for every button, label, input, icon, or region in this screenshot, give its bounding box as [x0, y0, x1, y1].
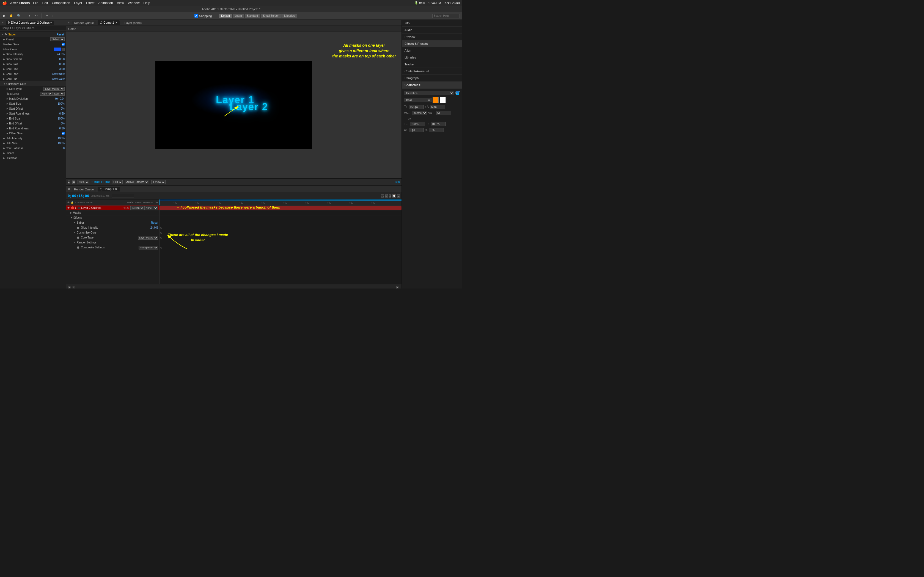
- effect-controls-tab[interactable]: fx Effect Controls Layer 2 Outlines ≡: [6, 21, 54, 25]
- hscale-input[interactable]: [410, 122, 425, 126]
- menu-file[interactable]: File: [33, 1, 38, 5]
- core-softness-value[interactable]: 0.0: [48, 147, 65, 150]
- layer-visibility[interactable]: 👁: [67, 206, 70, 210]
- saber-timeline-reset[interactable]: Reset: [151, 221, 158, 224]
- text-layer-none[interactable]: None: [40, 92, 52, 96]
- baseline-input[interactable]: [409, 128, 424, 132]
- paragraph-panel-item[interactable]: Paragraph: [402, 75, 462, 82]
- comp-stop-btn[interactable]: ⏹: [72, 181, 75, 184]
- workspace-standard[interactable]: Standard: [245, 14, 260, 18]
- mask-evolution-value[interactable]: 0x+0.0°: [48, 97, 65, 100]
- render-queue-tab[interactable]: Render Queue: [72, 21, 96, 25]
- comp1-tab[interactable]: ⬡ Comp 1 ✕: [98, 187, 120, 192]
- saber-reset[interactable]: Reset: [57, 33, 64, 36]
- core-type-select[interactable]: Layer Masks: [43, 87, 65, 91]
- tl-btn1[interactable]: ⛶: [381, 194, 384, 198]
- glow-bias-value[interactable]: 0.50: [48, 63, 65, 66]
- start-size-value[interactable]: 100%: [48, 102, 65, 105]
- glow-intensity-tl-value[interactable]: 24.0%: [142, 226, 158, 229]
- comp-play-btn[interactable]: ▶: [68, 181, 70, 184]
- render-queue-tab2[interactable]: Render Queue: [72, 187, 96, 192]
- core-start-value[interactable]: 960.0,918.0: [48, 73, 65, 75]
- preview-panel-item[interactable]: Preview: [402, 34, 462, 40]
- preset-select[interactable]: Select: [50, 37, 65, 41]
- layer-parent-select[interactable]: None: [144, 206, 158, 210]
- end-size-value[interactable]: 100%: [48, 117, 65, 120]
- comp-panel-close[interactable]: ✕: [68, 21, 70, 24]
- character-panel-item[interactable]: Character ≡: [402, 82, 462, 89]
- camera-select[interactable]: Active Camera: [125, 180, 149, 184]
- font-select[interactable]: Helvetica: [404, 91, 454, 95]
- tl-btn4[interactable]: ⌚: [393, 194, 396, 198]
- zoom-select[interactable]: 50%: [78, 180, 89, 184]
- start-roundness-value[interactable]: 0.50: [48, 112, 65, 115]
- layer-mode-select[interactable]: Screen: [130, 206, 144, 210]
- timeline-search[interactable]: [112, 194, 134, 198]
- timeline-close[interactable]: ✕: [68, 187, 70, 191]
- core-type-tl-select[interactable]: Layer Masks: [138, 236, 158, 240]
- workspace-small-screen[interactable]: Small Screen: [261, 14, 281, 18]
- offset-size-checkbox[interactable]: [62, 132, 65, 135]
- panel-close-icon[interactable]: ✕: [2, 21, 4, 24]
- tool-select[interactable]: ▶: [2, 13, 6, 18]
- align-panel-item[interactable]: Align: [402, 47, 462, 54]
- tool-zoom[interactable]: 🔍: [16, 13, 22, 18]
- time-display[interactable]: 0;00;15;00: [68, 194, 89, 198]
- stroke-color-box[interactable]: [440, 97, 446, 103]
- enable-glow-checkbox[interactable]: [62, 43, 65, 46]
- add-composition-btn[interactable]: ⊕: [68, 286, 71, 289]
- fill-color-box[interactable]: [433, 97, 439, 103]
- menu-view[interactable]: View: [117, 1, 124, 5]
- render-btn[interactable]: ⬆: [73, 286, 75, 289]
- tool-text[interactable]: T: [51, 14, 55, 18]
- vscale-input[interactable]: [431, 122, 446, 126]
- menu-animation[interactable]: Animation: [99, 1, 113, 5]
- comp-tab[interactable]: ⬡ Comp 1 ✕: [98, 20, 120, 25]
- tl-btn5[interactable]: ☰: [397, 194, 400, 198]
- workspace-default[interactable]: Default: [219, 14, 232, 18]
- info-panel-item[interactable]: Info: [402, 20, 462, 27]
- menu-composition[interactable]: Composition: [52, 1, 70, 5]
- core-size-value[interactable]: 3.00: [48, 68, 65, 71]
- core-end-value[interactable]: 960.0,162.0: [48, 77, 65, 80]
- composite-stopwatch[interactable]: [77, 247, 79, 249]
- glow-spread-value[interactable]: 0.50: [48, 58, 65, 61]
- libraries-panel-item[interactable]: Libraries: [402, 54, 462, 61]
- layer-1-row[interactable]: 👁 🔴 1 Layer 2 Outlines fx /fx Screen Non…: [66, 206, 159, 211]
- kerning-select[interactable]: Metrics: [412, 111, 427, 115]
- menu-effect[interactable]: Effect: [86, 1, 94, 5]
- halo-size-value[interactable]: 100%: [48, 142, 65, 145]
- menu-edit[interactable]: Edit: [42, 1, 48, 5]
- saber-collapse[interactable]: ▼: [2, 33, 4, 36]
- tool-rotate[interactable]: ↩: [28, 13, 32, 18]
- core-type-stopwatch[interactable]: [77, 237, 79, 239]
- glow-color-picker-icon[interactable]: ⬛: [61, 48, 65, 51]
- end-roundness-value[interactable]: 0.50: [48, 127, 65, 130]
- glow-intensity-stopwatch[interactable]: [77, 227, 79, 229]
- tl-btn3[interactable]: ◈: [389, 194, 391, 198]
- snapping-checkbox[interactable]: [194, 14, 198, 18]
- end-offset-value[interactable]: 0%: [48, 122, 65, 125]
- tool-hand[interactable]: ✋: [8, 13, 14, 18]
- leading-input[interactable]: [430, 105, 445, 109]
- glow-color-swatch[interactable]: [54, 48, 61, 51]
- menu-help[interactable]: Help: [143, 1, 150, 5]
- halo-intensity-value[interactable]: 100%: [48, 137, 65, 140]
- view-select[interactable]: 1 View: [151, 180, 166, 184]
- composite-settings-select[interactable]: Transparent: [139, 246, 158, 250]
- playhead[interactable]: [160, 200, 160, 205]
- tool-pen[interactable]: ✏: [45, 13, 49, 18]
- tool-undo[interactable]: ↪: [34, 13, 39, 18]
- workspace-libraries[interactable]: Libraries: [282, 14, 297, 18]
- content-aware-fill-item[interactable]: Content-Aware Fill: [402, 68, 462, 75]
- tracker-panel-item[interactable]: Tracker: [402, 61, 462, 68]
- audio-panel-item[interactable]: Audio: [402, 27, 462, 34]
- style-select[interactable]: Bold: [404, 98, 431, 102]
- effects-presets-panel-item[interactable]: Effects & Presets: [402, 40, 462, 47]
- tsume-input[interactable]: [429, 128, 444, 132]
- paint-bucket-icon[interactable]: 🪣: [455, 91, 460, 95]
- search-help-input[interactable]: [432, 14, 460, 18]
- tl-zoom-in[interactable]: ▲: [396, 286, 399, 289]
- start-offset-value[interactable]: 0%: [48, 107, 65, 110]
- apple-menu[interactable]: 🍎: [2, 1, 7, 5]
